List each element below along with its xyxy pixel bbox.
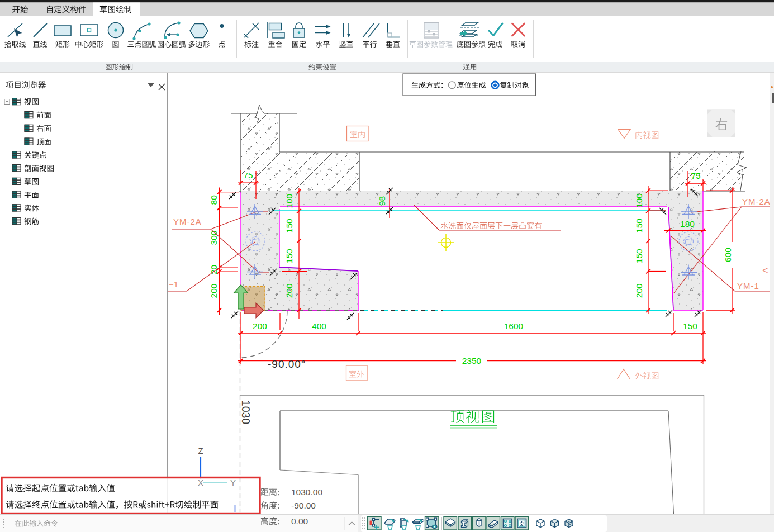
svg-text:98: 98 bbox=[377, 196, 387, 206]
svg-text:150: 150 bbox=[683, 321, 697, 331]
svg-text:1030: 1030 bbox=[240, 400, 252, 425]
svg-text:180: 180 bbox=[680, 219, 695, 229]
svg-text:−1: −1 bbox=[169, 279, 178, 289]
svg-text:200: 200 bbox=[634, 283, 644, 298]
svg-text:Y: Y bbox=[230, 478, 236, 487]
svg-text:YM-2A: YM-2A bbox=[173, 217, 202, 226]
svg-text:-90.00: -90.00 bbox=[291, 501, 316, 510]
svg-text:200: 200 bbox=[284, 283, 294, 298]
svg-text:0.00: 0.00 bbox=[291, 516, 308, 526]
svg-text:150: 150 bbox=[634, 218, 644, 233]
svg-text:-90.00°: -90.00° bbox=[268, 358, 306, 370]
svg-text:YM-1: YM-1 bbox=[737, 281, 759, 291]
svg-text:Z: Z bbox=[198, 446, 203, 455]
svg-text:YM-2A: YM-2A bbox=[742, 197, 771, 206]
svg-text:X: X bbox=[198, 478, 203, 487]
svg-text:600: 600 bbox=[723, 248, 733, 262]
svg-text:80: 80 bbox=[209, 195, 219, 205]
svg-text:200: 200 bbox=[253, 321, 267, 331]
svg-text:100: 100 bbox=[284, 193, 294, 208]
svg-text:150: 150 bbox=[284, 218, 294, 233]
svg-text:200: 200 bbox=[209, 283, 219, 298]
svg-text:150: 150 bbox=[284, 249, 294, 263]
svg-text:400: 400 bbox=[312, 321, 326, 331]
svg-text:<: < bbox=[762, 265, 768, 276]
svg-text:300: 300 bbox=[209, 230, 219, 245]
svg-text:100: 100 bbox=[634, 193, 644, 208]
svg-text:2350: 2350 bbox=[462, 356, 482, 365]
svg-text:1600: 1600 bbox=[504, 321, 524, 331]
svg-text:75: 75 bbox=[243, 170, 253, 180]
svg-text:1030.00: 1030.00 bbox=[291, 487, 322, 497]
svg-text:150: 150 bbox=[634, 249, 644, 263]
svg-text:75: 75 bbox=[691, 171, 700, 180]
